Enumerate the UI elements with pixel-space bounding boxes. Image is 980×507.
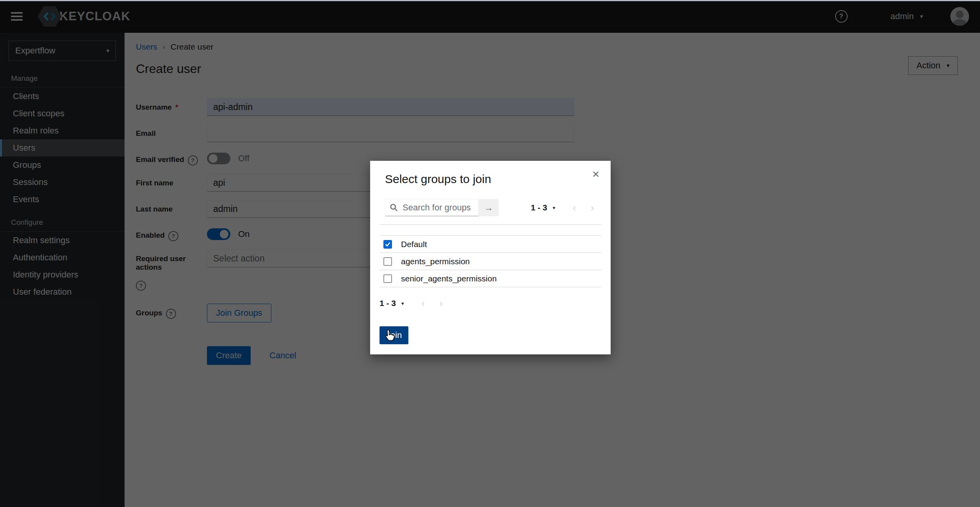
- group-row-agents-permission[interactable]: agents_permission: [380, 253, 601, 270]
- pagination-range: 1 - 3: [531, 203, 547, 212]
- toolbar-divider: [380, 224, 601, 225]
- search-groups-input[interactable]: [385, 199, 479, 216]
- previous-page-button[interactable]: ‹: [565, 202, 583, 213]
- search-group: →: [385, 199, 499, 216]
- group-name: agents_permission: [401, 257, 470, 266]
- arrow-right-icon: →: [484, 202, 494, 213]
- checkbox-unchecked[interactable]: [383, 274, 392, 283]
- select-groups-modal: Select groups to join ✕ → 1 - 3 ▾ ‹ ›: [370, 161, 611, 354]
- previous-page-button[interactable]: ‹: [414, 298, 432, 309]
- window-top-edge: [0, 0, 980, 1]
- groups-table: Default agents_permission senior_agents_…: [380, 235, 601, 287]
- next-page-button[interactable]: ›: [432, 298, 450, 309]
- pagination-range: 1 - 3: [380, 299, 396, 308]
- checkbox-unchecked[interactable]: [383, 257, 392, 266]
- next-page-button[interactable]: ›: [583, 202, 601, 213]
- pagination-bottom: 1 - 3 ▾ ‹ ›: [380, 298, 601, 309]
- checkbox-checked[interactable]: [383, 240, 392, 249]
- caret-down-icon[interactable]: ▾: [552, 205, 555, 211]
- group-row-senior-agents-permission[interactable]: senior_agents_permission: [380, 270, 601, 287]
- group-row-default[interactable]: Default: [380, 236, 601, 253]
- group-name: Default: [401, 240, 427, 249]
- search-submit-button[interactable]: →: [479, 199, 499, 216]
- modal-toolbar: → 1 - 3 ▾ ‹ ›: [385, 199, 601, 216]
- modal-title: Select groups to join: [385, 173, 601, 186]
- check-icon: [385, 242, 390, 247]
- search-icon: [390, 203, 398, 213]
- group-name: senior_agents_permission: [401, 274, 497, 283]
- join-button[interactable]: Join: [380, 326, 408, 344]
- caret-down-icon[interactable]: ▾: [401, 301, 404, 306]
- pagination-top: 1 - 3 ▾ ‹ ›: [531, 202, 601, 213]
- close-icon[interactable]: ✕: [590, 169, 602, 180]
